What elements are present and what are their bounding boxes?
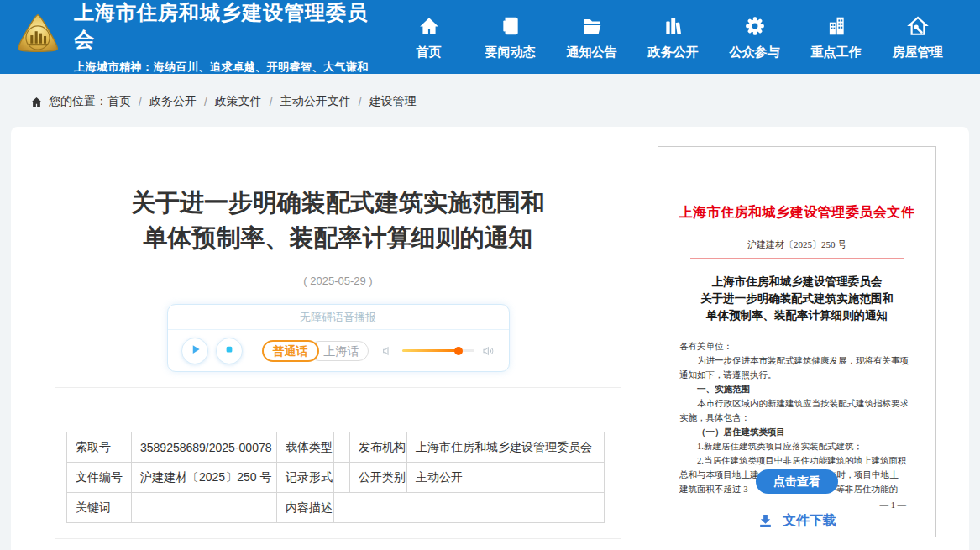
site-logo [12, 11, 64, 63]
news-icon [500, 15, 521, 37]
site-title: 上海市住房和城乡建设管理委员会 [74, 0, 388, 53]
volume-slider[interactable] [402, 349, 474, 352]
record-form-label: 记录形式 [277, 463, 334, 493]
disclosure-type-label: 公开类别 [350, 463, 407, 493]
books-icon [663, 15, 684, 37]
index-no-value: 3589258689/2025-00078 [132, 432, 277, 463]
nav-label: 要闻动态 [485, 45, 536, 60]
carrier-type-value [334, 432, 350, 463]
nav-item-key-work[interactable]: 重点工作 [795, 13, 877, 60]
article-column: 关于进一步明确装配式建筑实施范围和 单体预制率、装配率计算细则的通知 ( 202… [55, 127, 621, 539]
play-icon [187, 342, 202, 359]
breadcrumb-item-construction[interactable]: 建设管理 [369, 94, 417, 109]
content-desc-value [334, 493, 605, 523]
divider-top [55, 387, 621, 388]
download-icon [757, 513, 773, 529]
site-subtitle: 上海城市精神：海纳百川、追求卓越、开明睿智、大气谦和 [74, 60, 388, 75]
record-form-value [334, 463, 350, 493]
content-card: 关于进一步明确装配式建筑实施范围和 单体预制率、装配率计算细则的通知 ( 202… [11, 127, 969, 550]
nav-item-notices[interactable]: 通知公告 [551, 13, 632, 60]
volume-slider-thumb[interactable] [454, 347, 463, 355]
table-row: 文件编号 沪建建材〔2025〕250 号 记录形式 公开类别 主动公开 [67, 463, 605, 493]
breadcrumb-item-proactive[interactable]: 主动公开文件 [280, 94, 351, 109]
gear-icon [744, 15, 766, 37]
nav-label: 通知公告 [567, 45, 617, 60]
click-to-view-button[interactable]: 点击查看 [756, 469, 838, 494]
document-preview-panel: 上海市住房和城乡建设管理委员会文件 沪建建材〔2025〕250 号 上海市住房和… [658, 146, 936, 537]
tts-player-controls: 普通话 上海话 [168, 330, 509, 371]
article-date: ( 2025-05-29 ) [55, 275, 621, 287]
file-download-link[interactable]: 文件下载 [658, 512, 935, 530]
article-title: 关于进一步明确装配式建筑实施范围和 单体预制率、装配率计算细则的通知 [55, 185, 621, 255]
preview-doc-header: 上海市住房和城乡建设管理委员会文件 [658, 204, 935, 222]
breadcrumb-item-policy-files[interactable]: 政策文件 [215, 94, 262, 109]
preview-red-rule [690, 258, 904, 259]
breadcrumb-prefix: 您的位置： [49, 94, 107, 109]
house-wrench-icon [907, 15, 929, 37]
volume-low-icon [381, 344, 395, 358]
nav-item-gov-open[interactable]: 政务公开 [632, 13, 714, 60]
doc-no-value: 沪建建材〔2025〕250 号 [132, 463, 277, 493]
main-nav: 首页 要闻动态 通知公告 政务公开 公众参与 [388, 13, 958, 60]
preview-doc-number: 沪建建材〔2025〕250 号 [658, 238, 935, 251]
stop-button[interactable] [216, 338, 243, 364]
nav-label: 重点工作 [811, 45, 862, 60]
preview-page-number: — 1 — [679, 498, 916, 512]
breadcrumb: 您的位置： 首页 / 政务公开 / 政策文件 / 主动公开文件 / 建设管理 [0, 74, 980, 109]
site-header: 上海市住房和城乡建设管理委员会 上海城市精神：海纳百川、追求卓越、开明睿智、大气… [0, 0, 980, 74]
building-icon [825, 15, 847, 37]
volume-control [381, 344, 495, 358]
carrier-type-label: 载体类型 [277, 432, 334, 463]
nav-item-news[interactable]: 要闻动态 [469, 13, 551, 60]
nav-item-housing[interactable]: 房屋管理 [877, 13, 958, 60]
tts-player-title: 无障碍语音播报 [168, 305, 509, 330]
play-button[interactable] [181, 338, 208, 364]
nav-item-participation[interactable]: 公众参与 [714, 13, 795, 60]
mandarin-pill[interactable]: 普通话 [262, 340, 319, 362]
nav-label: 房屋管理 [893, 45, 943, 60]
nav-item-home[interactable]: 首页 [388, 13, 469, 60]
preview-doc-title: 上海市住房和城乡建设管理委员会 关于进一步明确装配式建筑实施范围和 单体预制率、… [658, 274, 935, 324]
breadcrumb-item-gov-open[interactable]: 政务公开 [149, 94, 197, 109]
folder-icon [581, 15, 603, 37]
keywords-value [132, 493, 277, 523]
stop-icon [222, 342, 237, 359]
divider-bottom [55, 538, 621, 539]
issuing-org-value: 上海市住房和城乡建设管理委员会 [407, 432, 605, 463]
table-row: 索取号 3589258689/2025-00078 载体类型 发布机构 上海市住… [67, 432, 605, 463]
nav-label: 公众参与 [730, 45, 780, 60]
language-toggle: 普通话 上海话 [262, 340, 369, 362]
issuing-org-label: 发布机构 [350, 432, 407, 463]
index-no-label: 索取号 [67, 432, 132, 463]
document-meta-table: 索取号 3589258689/2025-00078 载体类型 发布机构 上海市住… [66, 432, 605, 523]
tts-player: 无障碍语音播报 普通话 上海话 [167, 304, 510, 372]
content-desc-label: 内容描述 [277, 493, 334, 523]
nav-label: 首页 [417, 45, 442, 60]
keywords-label: 关键词 [67, 493, 132, 523]
volume-high-icon [482, 344, 495, 358]
disclosure-type-value: 主动公开 [407, 463, 605, 493]
breadcrumb-home-icon [30, 96, 49, 108]
doc-no-label: 文件编号 [67, 463, 132, 493]
table-row: 关键词 内容描述 [67, 493, 605, 523]
breadcrumb-item-home[interactable]: 首页 [107, 94, 131, 109]
nav-label: 政务公开 [648, 45, 699, 60]
home-icon [418, 15, 440, 37]
